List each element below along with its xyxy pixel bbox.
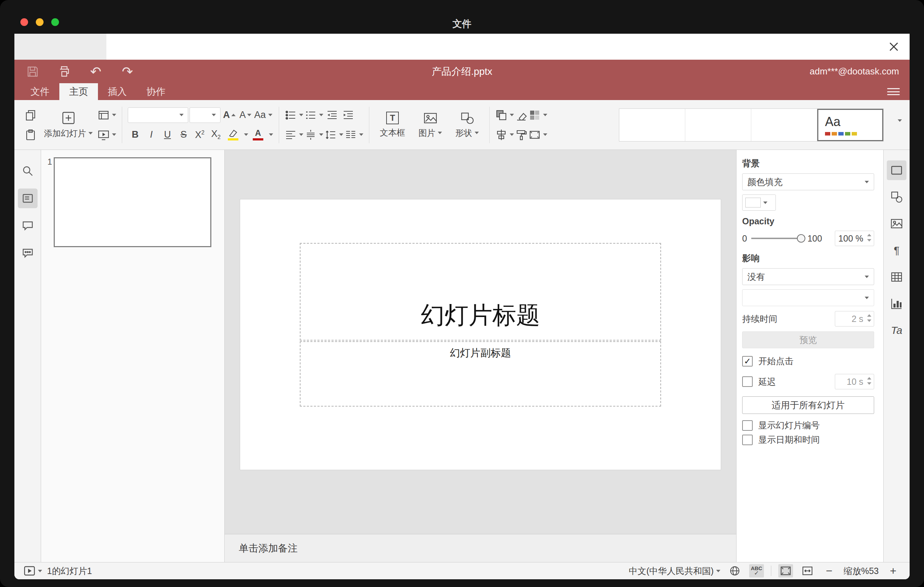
zoom-out-button[interactable]: −	[822, 564, 837, 577]
highlight-color-button[interactable]	[225, 127, 248, 143]
change-case-button[interactable]: Aa	[254, 107, 272, 123]
redo-icon[interactable]: ↷	[120, 64, 135, 79]
spellcheck-button[interactable]: ABC✓	[749, 564, 764, 577]
fill-color-select[interactable]	[742, 195, 776, 211]
slider-knob[interactable]	[797, 234, 805, 242]
slide-1[interactable]: 幻灯片标题 幻灯片副标题	[240, 200, 721, 470]
tab-collaboration[interactable]: 协作	[137, 83, 175, 100]
effect-select[interactable]: 没有	[742, 268, 874, 285]
start-slideshow-button[interactable]	[97, 127, 116, 143]
font-size-combo[interactable]	[190, 107, 221, 123]
decrease-font-size-button[interactable]: A	[238, 107, 253, 123]
align-shape-button[interactable]	[495, 127, 514, 143]
subscript-button[interactable]: X2	[208, 127, 223, 143]
superscript-button[interactable]: X2	[192, 127, 207, 143]
opacity-slider[interactable]	[751, 238, 804, 239]
print-icon[interactable]	[56, 64, 72, 79]
spinner-down-icon[interactable]	[867, 320, 871, 322]
editor-canvas[interactable]: 幻灯片标题 幻灯片副标题	[225, 150, 736, 534]
tab-file[interactable]: 文件	[21, 83, 59, 100]
document-language-button[interactable]	[728, 564, 742, 577]
zoom-level: 缩放%53	[843, 565, 879, 577]
line-spacing-button[interactable]	[325, 127, 343, 143]
save-icon[interactable]	[25, 64, 40, 79]
undo-icon[interactable]: ↶	[88, 64, 104, 79]
panel-tab-paragraph-settings[interactable]: ¶	[887, 241, 906, 260]
panel-tab-shape-settings[interactable]	[887, 187, 906, 207]
sidebar-item-chat[interactable]	[18, 243, 38, 263]
delay-checkbox[interactable]	[742, 376, 753, 387]
show-slide-number-checkbox[interactable]	[742, 420, 753, 431]
panel-tab-slide-settings[interactable]	[887, 160, 906, 180]
opacity-spinner[interactable]: 100 %	[835, 231, 874, 246]
panel-tab-image-settings[interactable]	[887, 214, 906, 234]
arrange-shape-button[interactable]	[495, 107, 514, 123]
clear-style-button[interactable]	[514, 107, 529, 123]
copy-icon[interactable]	[22, 107, 39, 123]
slide-size-button[interactable]	[529, 127, 547, 143]
spinner-down-icon[interactable]	[867, 239, 871, 242]
panel-tab-chart-settings[interactable]	[887, 294, 906, 313]
spinner-down-icon[interactable]	[867, 383, 871, 385]
subtitle-placeholder[interactable]: 幻灯片副标题	[300, 341, 661, 407]
bullet-list-button[interactable]	[285, 107, 303, 123]
fit-to-slide-button[interactable]	[778, 564, 793, 577]
slide-thumbnail-1[interactable]	[54, 157, 211, 247]
apply-to-all-slides-button[interactable]: 适用于所有幻灯片	[742, 396, 874, 414]
fit-to-width-button[interactable]	[800, 564, 815, 577]
zoom-in-button[interactable]: +	[886, 564, 901, 577]
decrease-indent-button[interactable]	[325, 107, 340, 123]
insert-image-button[interactable]: 图片	[414, 111, 447, 139]
show-date-time-checkbox[interactable]	[742, 435, 753, 445]
theme-thumbnail[interactable]	[619, 109, 685, 141]
bold-button[interactable]: B	[128, 127, 142, 143]
effect-variant-select[interactable]	[742, 289, 874, 306]
theme-thumbnail-selected[interactable]: Aa	[817, 109, 883, 141]
increase-indent-button[interactable]	[341, 107, 356, 123]
start-on-click-label: 开始点击	[758, 355, 794, 367]
preview-button[interactable]: 预览	[742, 331, 874, 348]
spinner-up-icon[interactable]	[867, 377, 871, 379]
italic-button[interactable]: I	[144, 127, 159, 143]
sidebar-item-slides[interactable]	[18, 188, 38, 208]
spinner-up-icon[interactable]	[867, 234, 871, 236]
panel-tab-table-settings[interactable]	[887, 267, 906, 287]
insert-textbox-button[interactable]: T 文本框	[375, 112, 410, 139]
tab-insert[interactable]: 插入	[98, 83, 137, 100]
copy-style-button[interactable]	[514, 127, 529, 143]
menu-icon[interactable]	[887, 87, 900, 97]
paste-icon[interactable]	[22, 127, 39, 143]
sidebar-item-comments[interactable]	[18, 216, 38, 236]
indent-icon	[342, 109, 354, 121]
start-on-click-checkbox[interactable]: ✓	[742, 356, 753, 366]
background-fill-select[interactable]: 颜色填充	[742, 173, 874, 190]
strikethrough-button[interactable]: S	[176, 127, 191, 143]
theme-thumbnail[interactable]	[751, 109, 817, 141]
theme-gallery-expand-button[interactable]	[898, 122, 902, 128]
delay-spinner[interactable]: 10 s	[835, 374, 874, 389]
clipboard-group	[22, 107, 39, 143]
font-name-combo[interactable]	[128, 107, 188, 123]
color-scheme-button[interactable]	[529, 107, 547, 123]
font-color-button[interactable]: A	[249, 127, 273, 143]
panel-tab-textart-settings[interactable]: Ta	[887, 320, 906, 340]
increase-font-size-button[interactable]: A	[222, 107, 237, 123]
underline-button[interactable]: U	[160, 127, 175, 143]
numbered-list-button[interactable]	[305, 107, 323, 123]
notes-area[interactable]: 单击添加备注	[225, 534, 736, 562]
columns-button[interactable]	[345, 127, 363, 143]
vertical-align-button[interactable]	[305, 127, 323, 143]
close-icon[interactable]	[887, 40, 901, 53]
spinner-up-icon[interactable]	[867, 314, 871, 317]
tab-home[interactable]: 主页	[59, 83, 98, 100]
insert-shape-button[interactable]: 形状	[450, 111, 484, 139]
language-select[interactable]: 中文(中华人民共和国)	[629, 565, 720, 577]
slide-layout-button[interactable]	[97, 107, 116, 123]
start-slideshow-status-button[interactable]	[23, 564, 42, 577]
sidebar-item-search[interactable]	[18, 161, 38, 181]
horizontal-align-button[interactable]	[285, 127, 303, 143]
duration-spinner[interactable]: 2 s	[835, 311, 874, 326]
add-slide-button[interactable]: 添加幻灯片	[39, 111, 97, 139]
theme-thumbnail[interactable]	[685, 109, 751, 141]
title-placeholder[interactable]: 幻灯片标题	[300, 243, 661, 341]
